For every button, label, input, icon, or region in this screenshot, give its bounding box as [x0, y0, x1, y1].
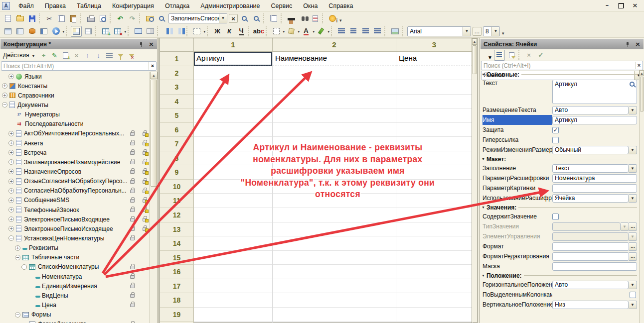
row-header-18[interactable]: 18 — [160, 293, 194, 308]
tree-item-24[interactable]: Цена — [0, 300, 149, 310]
chevron-down-icon[interactable]: ▼ — [629, 281, 637, 289]
cell-r9c3[interactable] — [396, 165, 473, 180]
tree-item-1[interactable]: +Константы — [0, 81, 149, 91]
expand-icon[interactable]: + — [2, 93, 7, 98]
properties-scrollbar-thumb[interactable] — [640, 77, 644, 111]
property-checkbox[interactable] — [552, 214, 559, 220]
align-left-button[interactable] — [336, 26, 347, 37]
cell-r13c1[interactable] — [194, 222, 273, 237]
section-collapse-icon[interactable]: ▼ — [482, 206, 485, 209]
tree-item-2[interactable]: +Справочники — [0, 91, 149, 100]
ellipsis-button[interactable]: ... — [629, 242, 637, 251]
info-button[interactable]: i — [327, 13, 338, 24]
undo-button[interactable]: ↶ — [115, 13, 126, 24]
syntax-check-button[interactable] — [286, 13, 297, 24]
global-search-button[interactable] — [298, 13, 309, 24]
cell-r4c1[interactable] — [194, 95, 273, 109]
property-checkbox[interactable]: ✓ — [552, 127, 559, 133]
property-value-input[interactable] — [552, 242, 629, 251]
borders-button[interactable]: ▾ — [271, 26, 282, 37]
cell-r4c2[interactable] — [273, 95, 396, 109]
tree-item-18[interactable]: +Реквизиты — [0, 243, 149, 253]
row-header-7[interactable]: 7 — [160, 137, 194, 151]
cell-r14c3[interactable] — [396, 236, 473, 251]
view-layout-button[interactable] — [71, 26, 82, 37]
cell-r16c3[interactable] — [396, 265, 473, 279]
property-checkbox[interactable] — [552, 137, 559, 143]
expand-icon[interactable]: + — [8, 188, 14, 194]
view-grid-button[interactable] — [83, 26, 94, 37]
column-header-3[interactable]: 3 — [396, 38, 473, 52]
font-name-select[interactable]: Arial▼ — [407, 26, 471, 36]
menu-item-2[interactable]: Таблица — [71, 2, 107, 9]
row-header-6[interactable]: 6 — [160, 123, 194, 137]
restore-button[interactable] — [618, 3, 624, 8]
row-header-5[interactable]: 5 — [160, 108, 194, 123]
chevron-down-icon[interactable]: ▾ — [313, 30, 315, 34]
cell-r11c3[interactable] — [396, 194, 473, 208]
tree-item-3[interactable]: −Документы — [0, 100, 149, 109]
property-text-input[interactable]: Артикул — [552, 80, 637, 104]
service-panel-button[interactable] — [38, 26, 49, 37]
property-value-input[interactable] — [552, 184, 637, 193]
tree-item-20[interactable]: −СписокНоменклатуры — [0, 262, 149, 272]
redo-button[interactable]: ↷ — [127, 13, 138, 24]
tree-item-5[interactable]: ⇉Последовательности — [0, 119, 149, 129]
clear-search-button[interactable]: × — [229, 14, 238, 23]
collapse-icon[interactable]: − — [15, 255, 20, 260]
find-button[interactable] — [156, 13, 167, 24]
cell-r15c2[interactable] — [273, 251, 396, 265]
menu-item-6[interactable]: Сервис — [266, 2, 298, 9]
cell-r5c3[interactable] — [396, 108, 473, 123]
properties-search-clear-button[interactable]: × — [635, 62, 643, 69]
cell-r18c2[interactable] — [273, 293, 396, 308]
chevron-down-icon[interactable]: ▾ — [124, 30, 126, 34]
cell-r1c2[interactable]: Наименование — [273, 52, 396, 66]
property-value-input[interactable] — [552, 222, 621, 231]
tree-item-8[interactable]: +Встреча — [0, 148, 149, 157]
tree-item-25[interactable]: −Формы — [0, 310, 149, 320]
row-header-9[interactable]: 9 — [160, 165, 194, 180]
highlight-button[interactable]: ▾ — [316, 26, 326, 37]
property-value-input[interactable]: Текст — [552, 164, 629, 173]
font-color-button[interactable]: А▾ — [301, 26, 312, 37]
cell-r17c1[interactable] — [194, 279, 273, 294]
cell-r3c1[interactable] — [194, 80, 273, 95]
tree-item-14[interactable]: +ТелефонныйЗвонок — [0, 205, 149, 215]
bold-button[interactable]: Ж — [212, 26, 223, 37]
pin-icon[interactable] — [625, 42, 630, 47]
row-header-10[interactable]: 10 — [160, 180, 194, 194]
expand-icon[interactable]: + — [8, 159, 14, 165]
cell-r18c1[interactable] — [194, 293, 273, 308]
cell-r4c3[interactable] — [396, 95, 473, 109]
expand-icon[interactable]: + — [15, 245, 20, 251]
tree-item-0[interactable]: +Языки — [0, 72, 149, 81]
chevron-down-icon[interactable]: ▼ — [219, 14, 227, 23]
chevron-down-icon[interactable]: ▼ — [629, 301, 637, 309]
paste-button[interactable] — [68, 13, 79, 24]
copy-format-button[interactable] — [268, 13, 279, 24]
print-preview-button[interactable] — [97, 13, 108, 24]
menu-item-8[interactable]: Справка — [323, 2, 358, 9]
chevron-down-icon[interactable]: ▼ — [629, 106, 637, 114]
cell-r18c3[interactable] — [396, 293, 473, 308]
property-value-input[interactable]: Артикул — [552, 116, 637, 124]
row-header-19[interactable]: 19 — [160, 308, 194, 322]
cell-r10c2[interactable] — [273, 180, 396, 194]
row-header-14[interactable]: 14 — [160, 236, 194, 251]
cell-r14c2[interactable] — [273, 236, 396, 251]
column-insert-left-button[interactable] — [162, 26, 173, 37]
save-button[interactable] — [26, 13, 37, 24]
row-header-11[interactable]: 11 — [160, 194, 194, 208]
property-value-input[interactable] — [552, 262, 637, 271]
clone-button[interactable] — [61, 50, 71, 60]
unmerge-cells-button[interactable] — [145, 26, 156, 37]
property-value-input[interactable]: Обычный — [552, 146, 629, 154]
tree-item-9[interactable]: +ЗапланированноеВзаимодействие — [0, 157, 149, 167]
chevron-down-icon[interactable]: ▾ — [327, 30, 329, 34]
find-previous-button[interactable] — [251, 13, 262, 24]
menu-item-1[interactable]: Правка — [39, 2, 71, 9]
collapse-icon[interactable]: − — [15, 312, 20, 318]
cell-r16c2[interactable] — [273, 265, 396, 279]
tree-item-12[interactable]: +СогласиеНаОбработкуПерсональн... — [0, 186, 149, 196]
